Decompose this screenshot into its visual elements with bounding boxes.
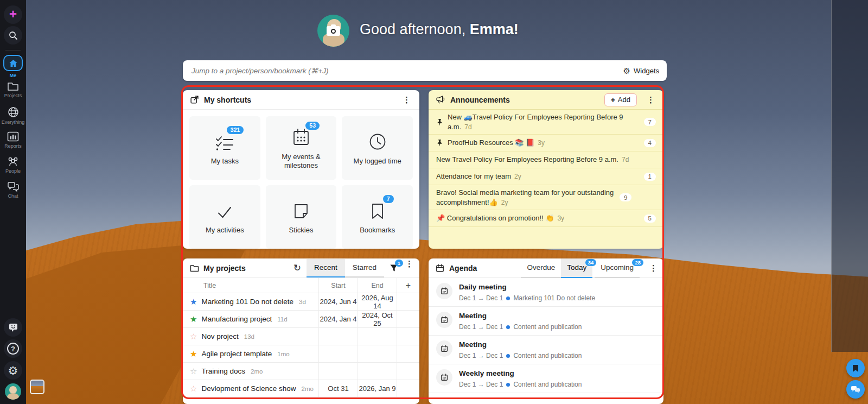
home-icon	[9, 59, 18, 67]
shortcut-my-logged-time[interactable]: My logged time	[342, 116, 413, 180]
tab-today[interactable]: Today34	[561, 258, 592, 278]
people-icon	[7, 156, 20, 167]
star-icon[interactable]	[190, 315, 197, 323]
profile-avatar-button[interactable]	[0, 383, 26, 400]
floating-chat-button[interactable]	[846, 380, 865, 399]
agenda-row[interactable]: Meeting Dec 1 → Dec 1Content and publica…	[429, 307, 663, 336]
shortcut-my-activities[interactable]: My activities	[189, 185, 260, 249]
add-announcement-button[interactable]: + Add	[604, 93, 637, 106]
announcement-age: 3y	[557, 214, 564, 222]
profile-photo-avatar[interactable]	[317, 15, 349, 47]
project-dot	[506, 383, 510, 387]
filter-button[interactable]: 1	[390, 264, 398, 272]
event-project: Content and publication	[513, 323, 582, 331]
star-icon[interactable]	[190, 350, 197, 358]
pin-icon	[436, 139, 443, 147]
desktop-image-thumbnail[interactable]	[30, 380, 44, 394]
feedback-button[interactable]	[0, 318, 26, 337]
announcement-row[interactable]: New Travel Policy For Employees Reportin…	[429, 152, 663, 168]
bookmark-icon	[371, 203, 385, 220]
project-row[interactable]: Marketing 101 Do not delete3d 2024, Jun …	[183, 293, 419, 311]
panel-title: Agenda	[449, 264, 477, 273]
sidebar-item-everything[interactable]: Everything	[0, 106, 26, 125]
project-start	[318, 363, 358, 380]
widgets-label: Widgets	[634, 67, 659, 75]
agenda-row[interactable]: Meeting Dec 1 → Dec 1Content and publica…	[429, 336, 663, 364]
tile-label: My tasks	[208, 157, 242, 166]
event-project: Content and publication	[513, 381, 582, 388]
chat-icon	[7, 181, 20, 192]
sidebar-divider	[5, 50, 21, 50]
announcement-title: 📌 Congratulations on promotion!! 👏	[436, 214, 554, 222]
project-end: 2024, Oct 25	[358, 311, 397, 327]
announcement-row[interactable]: ProofHub Resources 📚 📕3y 4	[429, 135, 663, 152]
agenda-row[interactable]: Daily meeting Dec 1 → Dec 1Marketing 101…	[429, 278, 663, 307]
sidebar-item-people[interactable]: People	[0, 156, 26, 174]
events-count-badge: 53	[305, 122, 320, 130]
project-row[interactable]: Nov project13d	[183, 328, 419, 345]
star-icon[interactable]	[190, 384, 197, 393]
jump-search-input[interactable]	[183, 67, 616, 75]
tab-starred[interactable]: Starred	[345, 259, 384, 277]
more-options-icon[interactable]: ⋮	[404, 259, 415, 277]
calendar-icon	[436, 264, 444, 273]
comment-count-badge: 9	[620, 193, 631, 201]
announcement-age: 3y	[538, 139, 545, 147]
announcement-row[interactable]: Bravo! Social media marketing team for y…	[429, 185, 663, 210]
bookmarks-count-badge: 7	[383, 195, 394, 203]
star-icon[interactable]	[190, 298, 197, 306]
shortcut-my-events-milestones[interactable]: 53 My events & milestones	[266, 116, 337, 180]
project-age: 13d	[244, 333, 254, 340]
project-row[interactable]: Agile project template1mo	[183, 345, 419, 363]
sidebar-item-reports[interactable]: Reports	[0, 131, 26, 149]
project-row[interactable]: Devlopment of Science show2mo Oct 31 202…	[183, 380, 419, 397]
project-dot	[506, 296, 510, 300]
chat-icon	[851, 386, 860, 394]
comment-count-badge: 4	[644, 139, 656, 147]
shortcut-my-tasks[interactable]: 321 My tasks	[189, 116, 260, 180]
project-start: 2024, Jan 4	[318, 311, 358, 327]
project-title: Agile project template	[201, 350, 272, 358]
project-row[interactable]: Training docs2mo	[183, 363, 419, 380]
announcement-row[interactable]: 📌 Congratulations on promotion!! 👏3y 5	[429, 210, 663, 227]
event-title: Meeting	[459, 340, 582, 349]
project-row[interactable]: Manufacturing project11d 2024, Jan 4 202…	[183, 311, 419, 328]
greeting-name: Emma!	[470, 21, 519, 37]
sidebar-item-me[interactable]: Me	[0, 55, 26, 78]
more-options-icon[interactable]: ⋮	[645, 95, 656, 105]
shortcut-bookmarks[interactable]: 7 Bookmarks	[342, 185, 413, 249]
comment-count-badge: 7	[644, 118, 656, 126]
widgets-button[interactable]: ⚙ Widgets	[616, 60, 667, 81]
add-column-button[interactable]: +	[397, 278, 419, 293]
sidebar-item-chat[interactable]: Chat	[0, 181, 26, 199]
plus-icon: +	[611, 96, 615, 104]
globe-icon	[8, 106, 19, 118]
agenda-row[interactable]: Weekly meeting Dec 1 → Dec 1Content and …	[429, 364, 663, 393]
add-button[interactable]: +	[0, 5, 26, 24]
more-options-icon[interactable]: ⋮	[401, 95, 412, 105]
more-options-icon[interactable]: ⋮	[648, 263, 659, 273]
plus-icon: +	[9, 8, 17, 21]
star-icon[interactable]	[190, 367, 197, 375]
search-button[interactable]	[0, 26, 26, 45]
event-calendar-icon	[441, 316, 448, 324]
announcement-row[interactable]: New 🚙Travel Policy For Employees Reporti…	[429, 110, 663, 135]
sidebar-item-label: Chat	[8, 193, 18, 199]
refresh-icon[interactable]: ↻	[293, 262, 301, 274]
bar-chart-icon	[7, 131, 19, 142]
tab-recent[interactable]: Recent	[307, 259, 345, 277]
upcoming-count-badge: 28	[632, 259, 643, 266]
announcement-row[interactable]: Attendance for my team2y 1	[429, 168, 663, 185]
sidebar-item-projects[interactable]: Projects	[0, 81, 26, 98]
help-button[interactable]: ?	[0, 339, 26, 358]
project-age: 11d	[277, 316, 287, 323]
shortcut-stickies[interactable]: Stickies	[266, 185, 337, 249]
column-title: Title	[183, 282, 318, 289]
sidebar-item-label: Reports	[4, 143, 22, 149]
tab-overdue[interactable]: Overdue	[521, 258, 561, 278]
checkmark-icon	[215, 205, 234, 220]
tab-upcoming[interactable]: Upcoming28	[595, 258, 640, 278]
settings-button[interactable]: ⚙	[0, 361, 26, 380]
floating-bookmark-button[interactable]	[846, 359, 865, 377]
star-icon[interactable]	[190, 332, 197, 340]
